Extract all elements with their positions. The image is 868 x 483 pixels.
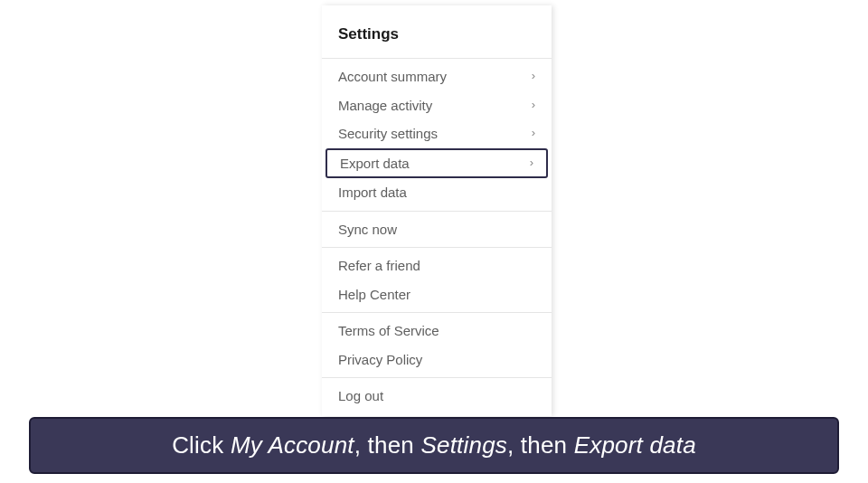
menu-item-label: Export data xyxy=(340,155,410,173)
menu-item-sync-now[interactable]: Sync now xyxy=(322,215,552,244)
chevron-right-icon: › xyxy=(532,98,535,113)
menu-item-refer-friend[interactable]: Refer a friend xyxy=(322,251,552,280)
chevron-right-icon: › xyxy=(530,156,533,171)
menu-item-label: Account summary xyxy=(338,68,447,86)
menu-group-logout: Log out xyxy=(322,378,552,414)
menu-item-manage-activity[interactable]: Manage activity › xyxy=(322,91,552,120)
menu-item-help-center[interactable]: Help Center xyxy=(322,280,552,309)
menu-item-label: Terms of Service xyxy=(338,322,439,340)
menu-item-security-settings[interactable]: Security settings › xyxy=(322,119,552,148)
menu-item-label: Security settings xyxy=(338,125,438,143)
instruction-caption: Click My Account, then Settings, then Ex… xyxy=(29,417,839,474)
menu-item-import-data[interactable]: Import data xyxy=(322,178,552,207)
menu-item-label: Refer a friend xyxy=(338,257,420,275)
menu-item-label: Log out xyxy=(338,387,383,405)
menu-group-sync: Sync now xyxy=(322,212,552,249)
menu-item-export-data[interactable]: Export data › xyxy=(326,148,548,179)
instruction-emph-export-data: Export data xyxy=(574,431,696,459)
instruction-emph-my-account: My Account xyxy=(231,431,354,459)
menu-item-label: Privacy Policy xyxy=(338,351,422,369)
chevron-right-icon: › xyxy=(532,126,535,141)
menu-group-legal: Terms of Service Privacy Policy xyxy=(322,313,552,378)
menu-item-label: Sync now xyxy=(338,221,397,239)
menu-item-privacy[interactable]: Privacy Policy xyxy=(322,346,552,374)
menu-group-help: Refer a friend Help Center xyxy=(322,248,552,313)
menu-item-label: Import data xyxy=(338,184,407,202)
settings-panel: Settings Account summary › Manage activi… xyxy=(322,5,552,416)
menu-item-log-out[interactable]: Log out xyxy=(322,382,552,411)
instruction-text: Click xyxy=(172,431,231,459)
instruction-text: , then xyxy=(354,431,421,459)
menu-item-label: Help Center xyxy=(338,286,410,304)
menu-group-account: Account summary › Manage activity › Secu… xyxy=(322,59,552,212)
panel-title: Settings xyxy=(322,5,552,59)
menu-item-account-summary[interactable]: Account summary › xyxy=(322,62,552,91)
chevron-right-icon: › xyxy=(532,69,535,84)
instruction-text: , then xyxy=(507,431,574,459)
menu-item-label: Manage activity xyxy=(338,97,432,115)
menu-item-terms[interactable]: Terms of Service xyxy=(322,317,552,346)
instruction-emph-settings: Settings xyxy=(420,431,507,459)
